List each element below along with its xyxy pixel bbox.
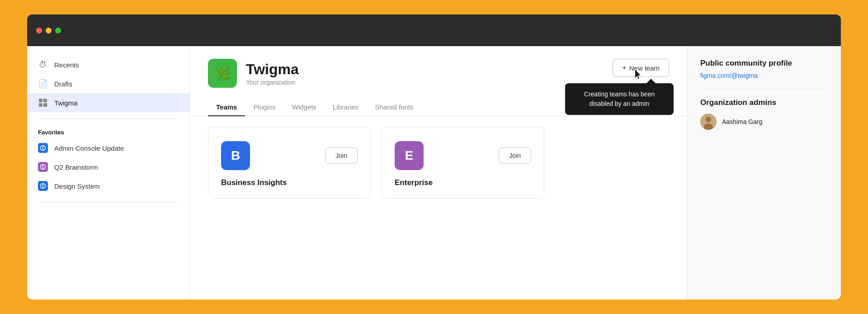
new-team-button[interactable]: + New team xyxy=(613,59,669,77)
join-button-business[interactable]: Join xyxy=(325,147,358,164)
fav-label-admin: Admin Console Update xyxy=(54,144,124,152)
community-profile-link[interactable]: figma.com/@twigma xyxy=(700,72,758,79)
org-name: Twigma xyxy=(246,61,299,78)
fav-label-q2: Q2 Brainstorm xyxy=(54,163,98,171)
sidebar-item-admin-console[interactable]: Admin Console Update xyxy=(27,138,189,157)
svg-point-11 xyxy=(706,117,711,122)
sidebar-item-q2[interactable]: Q2 Brainstorm xyxy=(27,157,189,176)
team-card-top-2: E Join xyxy=(395,141,531,170)
tab-teams-label: Teams xyxy=(216,103,237,111)
tab-widgets[interactable]: Widgets xyxy=(284,99,325,116)
org-logo: 🌿 xyxy=(208,59,237,88)
svg-rect-1 xyxy=(43,99,47,102)
org-header: 🌿 Twigma Your organization + New team Cr… xyxy=(190,46,687,88)
team-card-business-insights: B Join Business Insights xyxy=(208,127,371,199)
sidebar-drafts-label: Drafts xyxy=(54,80,72,88)
fav-label-design: Design System xyxy=(54,182,100,190)
org-admins-title: Organization admins xyxy=(700,98,828,107)
team-name-business: Business Insights xyxy=(221,178,358,187)
favorites-heading: Favorites xyxy=(27,125,189,138)
tab-libraries[interactable]: Libraries xyxy=(325,99,367,116)
community-profile-title: Public community profile xyxy=(700,59,828,68)
org-logo-icon: 🌿 xyxy=(214,66,231,81)
sidebar-divider-2 xyxy=(38,202,179,202)
sidebar-item-twigma[interactable]: Twigma xyxy=(27,93,189,112)
tooltip-text: Creating teams has been disabled by an a… xyxy=(584,90,655,107)
tooltip-arrow xyxy=(646,79,656,83)
join-label-2: Join xyxy=(509,152,521,159)
sidebar-recents-label: Recents xyxy=(54,61,79,69)
org-subtitle: Your organization xyxy=(246,79,299,86)
sidebar-item-recents[interactable]: ⏱ Recents xyxy=(27,55,189,74)
new-team-label: New team xyxy=(629,64,660,72)
admin-avatar xyxy=(700,114,717,130)
join-label-1: Join xyxy=(335,152,347,159)
right-panel: Public community profile figma.com/@twig… xyxy=(687,46,841,300)
maximize-dot[interactable] xyxy=(55,28,61,33)
tab-shared-fonts-label: Shared fonts xyxy=(375,103,413,111)
right-panel-divider xyxy=(700,89,828,89)
join-button-enterprise[interactable]: Join xyxy=(499,147,531,164)
close-dot[interactable] xyxy=(36,28,42,33)
team-name-enterprise: Enterprise xyxy=(395,178,531,187)
tab-plugins-label: Plugins xyxy=(253,103,275,111)
teams-grid: B Join Business Insights E Join xyxy=(190,116,687,209)
sidebar: ⏱ Recents 📄 Drafts Twigma xyxy=(27,46,190,300)
tab-libraries-label: Libraries xyxy=(333,103,359,111)
svg-rect-0 xyxy=(39,99,42,102)
org-icon xyxy=(38,98,48,108)
sidebar-item-design-system[interactable]: Design System xyxy=(27,176,189,195)
tab-plugins[interactable]: Plugins xyxy=(245,99,283,116)
org-info: Twigma Your organization xyxy=(246,61,299,86)
svg-rect-2 xyxy=(39,103,42,107)
new-team-tooltip: Creating teams has been disabled by an a… xyxy=(565,79,674,115)
title-bar xyxy=(27,14,841,46)
minimize-dot[interactable] xyxy=(46,28,52,33)
admin-name: Aashima Garg xyxy=(722,118,762,125)
team-avatar-enterprise: E xyxy=(395,141,424,170)
tab-widgets-label: Widgets xyxy=(292,103,316,111)
tab-shared-fonts[interactable]: Shared fonts xyxy=(367,99,421,116)
clock-icon: ⏱ xyxy=(38,60,48,70)
team-card-top-1: B Join xyxy=(221,141,358,170)
app-body: ⏱ Recents 📄 Drafts Twigma xyxy=(27,46,841,300)
screen-wrapper: ⏱ Recents 📄 Drafts Twigma xyxy=(27,14,841,300)
sidebar-divider xyxy=(38,119,179,119)
plus-icon: + xyxy=(622,64,626,72)
fav-icon-admin xyxy=(38,143,48,153)
admin-row: Aashima Garg xyxy=(700,114,828,130)
sidebar-twigma-label: Twigma xyxy=(54,99,78,107)
tooltip-box: Creating teams has been disabled by an a… xyxy=(565,83,674,115)
fav-icon-design xyxy=(38,181,48,191)
tab-teams[interactable]: Teams xyxy=(208,99,245,116)
team-avatar-business: B xyxy=(221,141,250,170)
team-card-enterprise: E Join Enterprise xyxy=(382,127,544,199)
svg-rect-3 xyxy=(43,103,47,107)
fav-icon-q2 xyxy=(38,162,48,172)
sidebar-item-drafts[interactable]: 📄 Drafts xyxy=(27,74,189,93)
drafts-icon: 📄 xyxy=(38,79,48,89)
main-content: 🌿 Twigma Your organization + New team Cr… xyxy=(190,46,687,300)
